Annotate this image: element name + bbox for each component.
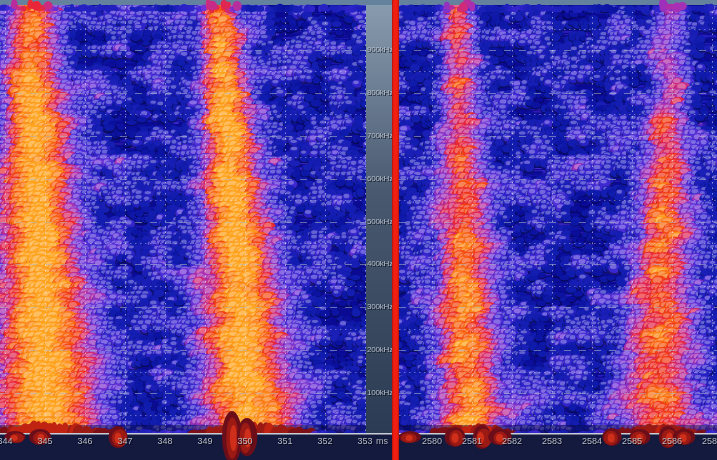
- frequency-tick-label: 600kHz: [367, 174, 393, 183]
- time-tick-label: 2584: [582, 436, 602, 446]
- dual-spectrogram-view: 900kHz800kHz700kHz600kHz500kHz400kHz300k…: [0, 0, 717, 460]
- time-tick-label: 353: [357, 436, 372, 446]
- time-tick-label: 352: [317, 436, 332, 446]
- frequency-tick-label: 100kHz: [367, 388, 393, 397]
- time-tick-label: 2581: [462, 436, 482, 446]
- time-tick-label: 351: [277, 436, 292, 446]
- frequency-tick-label: 900kHz: [367, 45, 393, 54]
- time-tick-label: 344: [0, 436, 13, 446]
- time-tick-label: 349: [197, 436, 212, 446]
- frequency-tick-label: 800kHz: [367, 88, 393, 97]
- time-tick-label: 2583: [542, 436, 562, 446]
- time-tick-label: 345: [37, 436, 52, 446]
- time-tick-label: 346: [77, 436, 92, 446]
- frequency-tick-label: 400kHz: [367, 259, 393, 268]
- time-tick-label: 348: [157, 436, 172, 446]
- frequency-tick-label: 300kHz: [367, 302, 393, 311]
- time-tick-label: 350: [237, 436, 252, 446]
- frequency-tick-label: 200kHz: [367, 345, 393, 354]
- frequency-tick-label: 700kHz: [367, 131, 393, 140]
- red-divider-line: [392, 0, 399, 460]
- time-tick-label: 2585: [622, 436, 642, 446]
- time-tick-label: 2586: [662, 436, 682, 446]
- time-tick-label: 347: [117, 436, 132, 446]
- time-axis-unit: ms: [376, 436, 388, 446]
- frequency-tick-label: 500kHz: [367, 217, 393, 226]
- time-tick-label: 2582: [502, 436, 522, 446]
- time-tick-label: 2580: [422, 436, 442, 446]
- spectrogram-canvas[interactable]: [0, 0, 717, 460]
- time-tick-label: 2587: [702, 436, 717, 446]
